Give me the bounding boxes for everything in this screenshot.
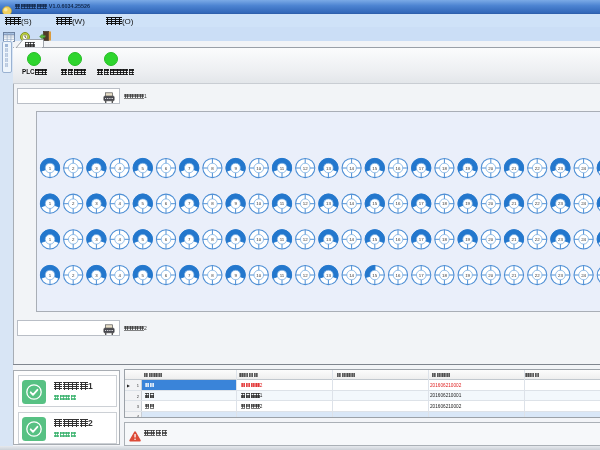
svg-text:21: 21: [512, 201, 517, 206]
svg-text:19: 19: [465, 201, 470, 206]
svg-text:15: 15: [372, 166, 377, 171]
svg-text:12: 12: [303, 237, 308, 242]
svg-text:17: 17: [419, 201, 424, 206]
svg-text:22: 22: [535, 166, 540, 171]
svg-text:13: 13: [326, 201, 331, 206]
svg-text:10: 10: [256, 273, 261, 278]
svg-text:12: 12: [303, 201, 308, 206]
svg-text:23: 23: [558, 237, 563, 242]
svg-text:22: 22: [535, 237, 540, 242]
svg-text:18: 18: [442, 237, 447, 242]
svg-text:16: 16: [396, 237, 401, 242]
svg-text:21: 21: [512, 237, 517, 242]
svg-text:11: 11: [280, 273, 285, 278]
svg-text:18: 18: [442, 201, 447, 206]
svg-text:13: 13: [326, 166, 331, 171]
svg-text:23: 23: [558, 201, 563, 206]
svg-text:19: 19: [465, 166, 470, 171]
svg-text:16: 16: [396, 166, 401, 171]
svg-text:24: 24: [581, 273, 586, 278]
svg-text:13: 13: [326, 237, 331, 242]
svg-text:19: 19: [465, 237, 470, 242]
svg-text:12: 12: [303, 166, 308, 171]
svg-text:14: 14: [349, 201, 354, 206]
svg-text:24: 24: [581, 237, 586, 242]
svg-text:15: 15: [372, 201, 377, 206]
svg-text:16: 16: [396, 273, 401, 278]
svg-text:21: 21: [512, 166, 517, 171]
svg-text:18: 18: [442, 273, 447, 278]
svg-text:10: 10: [256, 166, 261, 171]
svg-text:20: 20: [488, 166, 493, 171]
svg-text:14: 14: [349, 237, 354, 242]
svg-text:18: 18: [442, 166, 447, 171]
svg-text:11: 11: [280, 237, 285, 242]
svg-text:24: 24: [581, 201, 586, 206]
svg-text:19: 19: [465, 273, 470, 278]
svg-text:11: 11: [280, 201, 285, 206]
svg-text:16: 16: [396, 201, 401, 206]
svg-text:22: 22: [535, 201, 540, 206]
svg-text:20: 20: [488, 201, 493, 206]
svg-text:17: 17: [419, 237, 424, 242]
svg-text:20: 20: [488, 273, 493, 278]
svg-text:10: 10: [256, 201, 261, 206]
svg-text:12: 12: [303, 273, 308, 278]
svg-text:17: 17: [419, 166, 424, 171]
svg-text:14: 14: [349, 166, 354, 171]
svg-text:13: 13: [326, 273, 331, 278]
svg-text:20: 20: [488, 237, 493, 242]
svg-text:17: 17: [419, 273, 424, 278]
svg-text:22: 22: [535, 273, 540, 278]
svg-text:23: 23: [558, 166, 563, 171]
svg-text:24: 24: [581, 166, 586, 171]
svg-text:21: 21: [512, 273, 517, 278]
svg-text:10: 10: [256, 237, 261, 242]
svg-text:15: 15: [372, 273, 377, 278]
svg-text:14: 14: [349, 273, 354, 278]
svg-text:11: 11: [280, 166, 285, 171]
svg-text:15: 15: [372, 237, 377, 242]
svg-text:23: 23: [558, 273, 563, 278]
